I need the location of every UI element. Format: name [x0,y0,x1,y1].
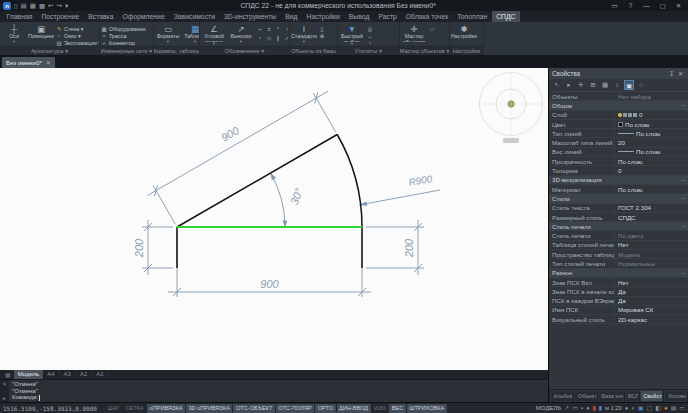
status-toggle[interactable]: ОРТО [315,404,335,413]
document-tab[interactable]: Без имени0* ✕ [2,57,55,68]
ribbon-group-label[interactable]: Объекты из базы [290,46,337,55]
properties-toolbar-icon[interactable]: ✛ [576,80,586,90]
ribbon-group-label[interactable]: Архитектура▾ [0,46,99,55]
ribbon-tab[interactable]: Главная [2,11,37,22]
geometry-lines[interactable] [177,135,362,269]
ribbon-button[interactable]: ✎ Стена ▾ [56,25,99,32]
status-icon[interactable]: ▭ [572,404,578,413]
property-row[interactable]: Объекты Нет набора [549,92,688,101]
property-row[interactable]: Масштаб типа линий 20 [549,138,688,147]
quick-access-button-icon[interactable]: ▾ [65,1,68,11]
status-toggle[interactable]: оПРИВЯЗКА [147,404,185,413]
navigation-wheel[interactable] [478,71,544,145]
status-icon[interactable]: ◐ [631,404,635,413]
status-icon[interactable]: ▭ [679,404,685,413]
quick-access-button-icon[interactable]: ▦ [30,1,36,11]
property-row[interactable]: Имя ПСК Мировая СК [549,306,688,315]
ribbon-button-icon[interactable]: ° [274,25,282,33]
ribbon-button[interactable]: ▫ Окно ▾ [56,32,99,39]
property-row[interactable]: ПСК в каждом ВЭкране Да [549,297,688,306]
panel-tab[interactable]: Объекты [574,390,597,402]
close-icon[interactable]: ✕ [2,381,7,387]
ribbon-tab[interactable]: Топоплан [453,11,492,22]
status-icon[interactable]: ▮ [592,404,595,413]
ribbon-group-label[interactable]: Обозначения▾ [200,46,289,55]
status-toggle[interactable]: СЕТКА [123,404,146,413]
ribbon-button-icon[interactable]: ▫ [256,34,264,42]
property-row[interactable]: Пространство таблиц... Модель [549,250,688,259]
property-row[interactable]: Стиль текста ГОСТ 2.304 [549,204,688,213]
property-row[interactable]: Общие [549,101,688,110]
status-icon[interactable]: ▣ [638,404,644,413]
model-space-button[interactable]: МОДЕЛЬ [536,405,561,411]
ribbon-button[interactable]: ▦ Таблицы ▾ [182,23,199,46]
keyboard-icon[interactable]: ▸ [3,395,6,401]
ribbon-tab[interactable]: Настройки [302,11,344,22]
property-row[interactable]: Материал По слою [549,185,688,194]
status-toggle[interactable]: ОТС-ПОЛЯР [276,404,314,413]
scale-indicator[interactable]: м 1:20 [605,405,622,411]
property-row[interactable]: Стиль печати [549,222,688,231]
status-icon[interactable]: ▢ [647,404,653,413]
properties-toolbar-icon[interactable]: ↕ [612,80,622,90]
properties-toolbar-icon[interactable]: ▣ [624,80,634,90]
property-row[interactable]: Вес линий По слою [549,148,688,157]
ribbon-tab[interactable]: Вид [281,11,302,22]
status-toggle[interactable]: ИЗО [372,404,389,413]
ribbon-group-label[interactable]: Форматы, таблицы [154,46,199,55]
quick-access-button-icon[interactable]: ▯ [14,1,18,11]
property-row[interactable]: Разное [549,269,688,278]
property-row[interactable]: Прозрачность По слою [549,157,688,166]
property-row[interactable]: Тип стилей печати Нормальные [549,259,688,268]
property-row[interactable]: Стили [549,194,688,203]
minimize-button[interactable]: — [640,1,653,11]
ribbon-button[interactable]: ▦ ▾ [148,23,153,46]
close-icon[interactable]: ✕ [676,70,685,77]
ribbon-tab[interactable]: Зависимости [169,11,219,22]
properties-header[interactable]: Свойства ↧ ✕ [549,68,688,79]
ribbon-button-icon[interactable]: ⌐ [256,25,264,33]
property-row[interactable]: 3D-визуализация [549,176,688,185]
status-toggle[interactable]: ДИН-ВВОД [337,404,371,413]
status-toggle[interactable]: ОТС-ОБЪЕКТ [233,404,274,413]
property-row[interactable]: Цвет По слою [549,120,688,129]
quick-access-button-icon[interactable]: ▩ [39,1,45,11]
ribbon-tab[interactable]: Вывод [344,11,374,22]
panel-tab[interactable]: ВСГ [625,390,639,402]
status-icon[interactable]: ▮ [599,404,602,413]
ribbon-button[interactable]: ↗ Выноски ▾ [228,23,254,46]
ribbon-tab[interactable]: СПДС [492,11,520,22]
ribbon-tab[interactable]: Оформление [118,11,169,22]
property-row[interactable]: Слой 0 [549,111,688,120]
properties-toolbar-icon[interactable]: ⊞ [588,80,598,90]
ribbon-button-icon[interactable]: ✓ [283,34,289,42]
ribbon-button[interactable]: ▱ [429,25,437,33]
ribbon-button[interactable]: ▤ Экспликации ▾ [56,39,99,46]
panel-tab[interactable]: Условн... [664,390,687,402]
ribbon-tab[interactable]: Растр [374,11,401,22]
ribbon-button[interactable]: ▯ [319,25,327,33]
quick-access-button-icon[interactable]: ↩ [48,1,53,11]
property-row[interactable]: Знак ПСК в начале ко... Да [549,287,688,296]
properties-toolbar-icon[interactable]: ○ [636,80,646,90]
command-prompt[interactable]: Команда: [12,394,545,401]
close-button[interactable]: ✕ [672,1,685,11]
ribbon-tab[interactable]: 3D-инструменты [219,11,280,22]
status-toggle[interactable]: ВЕС [389,404,406,413]
property-row[interactable]: Таблица стилей печати Нет [549,241,688,250]
ribbon-button[interactable]: ≈ Трасса [101,32,146,39]
ribbon-group-label[interactable]: Инженерные сети▾ [100,46,153,55]
ribbon-tab[interactable]: Облака точек [401,11,452,22]
ribbon-group-label[interactable]: Мастер объектов▾ [400,46,449,55]
layout-grid-icon[interactable]: ▦ [2,371,14,378]
property-row[interactable]: Стиль печати По цвету [549,231,688,240]
status-icon[interactable]: ♦ [586,404,589,413]
status-toggle[interactable]: ШАГ [105,404,122,413]
ribbon-button[interactable]: ┼ Оси ▾ [1,23,27,46]
status-icon[interactable]: ◧ [655,404,661,413]
ribbon-button-icon[interactable]: ± [265,25,273,33]
drawing-canvas[interactable]: 900 200 200 900 30° R900 [0,68,548,370]
ribbon-button[interactable]: ⊕ [319,33,327,41]
property-row[interactable]: Знак ПСК Вкл Нет [549,278,688,287]
ribbon-tab[interactable]: Вставка [84,11,118,22]
